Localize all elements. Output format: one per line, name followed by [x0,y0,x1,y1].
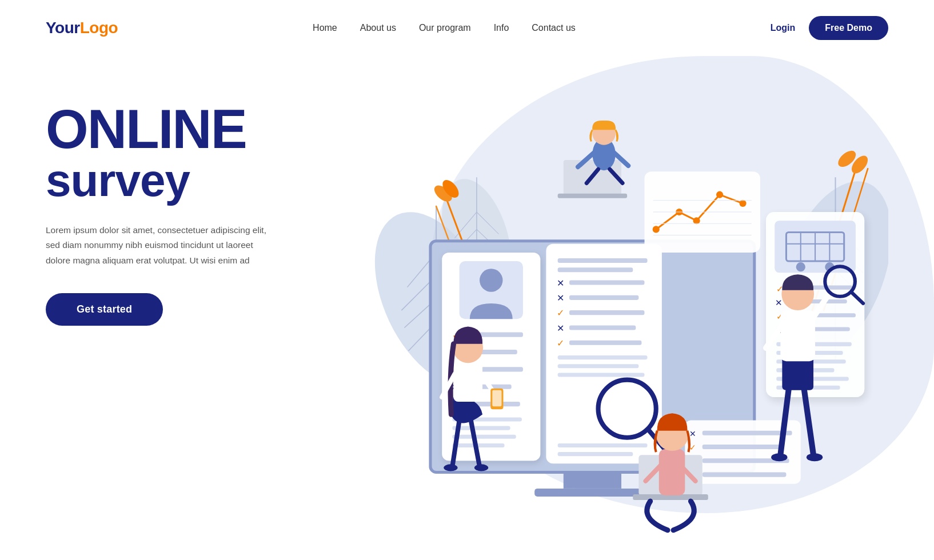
get-started-button[interactable]: Get started [46,293,163,326]
svg-point-97 [653,226,660,233]
svg-rect-51 [452,435,516,439]
svg-rect-143 [782,357,813,390]
svg-rect-59 [569,295,638,300]
svg-rect-65 [569,341,642,345]
hero-title-survey: survey [46,157,320,205]
svg-rect-114 [703,473,787,477]
svg-point-76 [796,262,805,271]
logo-logo: Logo [80,19,118,37]
chart-card [644,171,760,253]
nav-link-home[interactable]: Home [313,23,337,33]
svg-rect-132 [492,390,501,406]
svg-point-141 [771,453,787,461]
person-top-laptop [558,121,628,198]
hero-section: ONLINE survey Lorem ipsum dolor sit amet… [0,56,934,542]
svg-rect-135 [659,449,685,495]
svg-text:✕: ✕ [557,278,564,288]
hero-illustration: ✓ ✕ ✓ ✕ ✓ [354,67,888,542]
svg-text:✕: ✕ [557,293,564,303]
right-panel-card: ✓ ✕ ✓ ✕ [766,212,864,397]
nav-actions: Login Free Demo [771,16,888,40]
logo[interactable]: YourLogo [46,19,118,37]
hero-title-online: ONLINE [46,102,320,157]
login-button[interactable]: Login [771,23,796,33]
svg-rect-127 [453,362,482,402]
nav-item-contact[interactable]: Contact us [532,23,575,33]
nav-link-contact[interactable]: Contact us [532,23,575,33]
svg-text:✓: ✓ [557,307,564,318]
navbar: YourLogo Home About us Our program Info … [0,0,934,56]
svg-point-125 [444,464,457,471]
nav-links: Home About us Our program Info Contact u… [313,23,576,33]
svg-point-142 [807,453,823,461]
nav-item-program[interactable]: Our program [419,23,471,33]
svg-point-99 [693,217,700,224]
svg-rect-108 [703,431,792,435]
logo-your: Your [46,19,80,37]
svg-text:✓: ✓ [557,338,564,348]
hero-left: ONLINE survey Lorem ipsum dolor sit amet… [46,67,320,326]
svg-rect-35 [534,489,650,497]
svg-point-100 [716,191,723,198]
svg-rect-71 [558,443,648,447]
svg-rect-67 [558,364,639,368]
nav-link-info[interactable]: Info [494,23,509,33]
svg-text:✓: ✓ [689,443,696,452]
svg-point-38 [480,269,502,291]
svg-text:✕: ✕ [557,323,564,333]
svg-rect-72 [558,452,633,456]
svg-rect-63 [569,325,636,330]
hero-description: Lorem ipsum dolor sit amet, consectetuer… [46,223,274,268]
svg-text:✕: ✕ [775,298,783,307]
svg-rect-57 [569,280,645,285]
svg-rect-55 [558,267,633,272]
svg-rect-110 [703,445,784,449]
svg-rect-61 [569,310,645,315]
svg-text:✕: ✕ [689,429,696,438]
svg-point-101 [739,200,746,207]
svg-rect-54 [558,258,648,263]
svg-rect-116 [558,194,627,198]
nav-item-about[interactable]: About us [360,23,396,33]
free-demo-button[interactable]: Free Demo [809,16,888,40]
nav-link-about[interactable]: About us [360,23,396,33]
nav-item-home[interactable]: Home [313,23,337,33]
nav-link-program[interactable]: Our program [419,23,471,33]
svg-rect-52 [452,443,504,447]
svg-rect-68 [558,373,645,377]
svg-rect-34 [564,473,621,489]
svg-point-126 [474,464,488,471]
svg-rect-50 [452,426,510,430]
svg-rect-66 [558,355,648,359]
illustration-svg: ✓ ✕ ✓ ✕ ✓ [354,67,888,542]
nav-item-info[interactable]: Info [494,23,509,33]
